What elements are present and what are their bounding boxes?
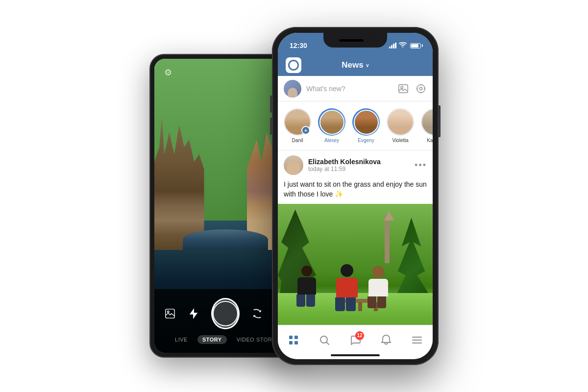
vk-logo[interactable] [286, 57, 301, 73]
iphone-vol-up-button [270, 96, 272, 113]
svg-rect-15 [294, 336, 298, 339]
mode-live[interactable]: LIVE [175, 337, 188, 343]
notch-camera [367, 38, 371, 43]
mode-story[interactable]: STORY [197, 335, 227, 344]
chevron-down-icon: ∨ [366, 63, 369, 68]
shutter-inner [213, 301, 238, 326]
story-avatar-evgeny [352, 108, 380, 136]
composer-icons [397, 83, 427, 95]
svg-rect-17 [294, 341, 298, 344]
story-avatar-danil: + [284, 108, 311, 136]
photo-icon[interactable] [397, 83, 409, 95]
story-name-evgeny: Evgeny [358, 138, 374, 143]
home-indicator [331, 354, 380, 356]
svg-rect-16 [289, 341, 293, 344]
nav-messages[interactable]: 12 [344, 329, 366, 351]
story-avatar-katerin [421, 108, 433, 136]
android-vol-button [149, 104, 150, 138]
header-title[interactable]: News ∨ [342, 60, 368, 70]
scene: ⚙ [24, 10, 564, 382]
shutter-button[interactable] [211, 298, 240, 329]
composer-avatar [284, 80, 301, 98]
post-time: today at 11:59 [308, 166, 410, 172]
svg-point-7 [401, 86, 403, 88]
android-mode-row: LIVE STORY VIDEO STORY [175, 335, 276, 344]
mode-video-story[interactable]: VIDEO STORY [237, 337, 276, 343]
iphone: 12:30 [272, 27, 439, 365]
person-3 [368, 266, 389, 308]
post-more-button[interactable]: ••• [415, 160, 427, 171]
app-header: News ∨ [278, 54, 433, 76]
svg-rect-6 [399, 84, 408, 93]
wifi-icon [399, 42, 407, 49]
battery-fill [411, 44, 418, 48]
rotate-icon[interactable] [251, 306, 263, 321]
svg-rect-0 [166, 309, 174, 318]
messages-badge: 12 [355, 331, 364, 340]
post-meta: Elizabeth Kolesnikova today at 11:59 [308, 158, 410, 172]
tower-body [385, 215, 390, 263]
iphone-side-button [439, 105, 441, 137]
story-avatar-violetta [387, 108, 414, 136]
vk-logo-inner [288, 60, 299, 71]
settings-icon[interactable] [415, 83, 427, 95]
story-name-danil: Danil [292, 138, 303, 143]
signal-icon [389, 43, 396, 49]
canal-water [183, 229, 268, 250]
svg-rect-14 [289, 336, 293, 339]
post-container: Elizabeth Kolesnikova today at 11:59 •••… [278, 150, 433, 341]
iphone-screen: 12:30 [278, 33, 433, 359]
story-item-evgeny[interactable]: Evgeny [352, 108, 380, 143]
story-add-button[interactable]: + [301, 126, 310, 135]
iphone-vol-down-button [270, 118, 272, 135]
story-name-katerin: Katerin [427, 138, 433, 143]
story-item-danil[interactable]: + Danil [284, 108, 311, 143]
stories-row: + Danil Alexey [278, 101, 433, 150]
iphone-notch [323, 33, 387, 48]
story-name-alexey: Alexey [324, 138, 339, 143]
status-icons [389, 42, 421, 49]
nav-home[interactable] [283, 329, 304, 351]
gear-icon[interactable]: ⚙ [161, 66, 175, 79]
gallery-icon[interactable] [164, 306, 176, 321]
post-image [278, 204, 433, 341]
story-name-violetta: Violetta [392, 138, 408, 143]
svg-line-19 [326, 342, 329, 344]
svg-point-9 [419, 87, 422, 90]
svg-point-8 [417, 84, 425, 93]
battery-icon [410, 43, 421, 49]
whats-new-input[interactable]: What's new? [306, 85, 392, 93]
nav-menu[interactable] [406, 329, 428, 351]
nav-search[interactable] [314, 329, 335, 351]
story-avatar-alexey [318, 108, 345, 136]
nav-notifications[interactable] [375, 329, 397, 351]
post-author-avatar [284, 155, 303, 175]
svg-point-1 [168, 311, 170, 313]
post-text: I just want to sit on the grass and enjo… [278, 178, 433, 204]
header-title-text: News [342, 60, 363, 70]
person-1 [296, 266, 317, 307]
avatar-figure [288, 88, 297, 98]
story-item-alexey[interactable]: Alexey [318, 108, 345, 143]
flash-icon[interactable] [188, 306, 199, 321]
status-time: 12:30 [290, 42, 307, 49]
bench-leg-left [358, 302, 362, 311]
post-header: Elizabeth Kolesnikova today at 11:59 ••• [278, 150, 433, 178]
story-item-katerin[interactable]: Katerin [421, 108, 433, 143]
post-composer[interactable]: What's new? [278, 76, 433, 101]
notch-speaker [339, 39, 364, 42]
person-2 [335, 264, 359, 311]
svg-marker-2 [190, 308, 198, 319]
story-item-violetta[interactable]: Violetta [387, 108, 414, 143]
post-author-name[interactable]: Elizabeth Kolesnikova [308, 158, 410, 166]
